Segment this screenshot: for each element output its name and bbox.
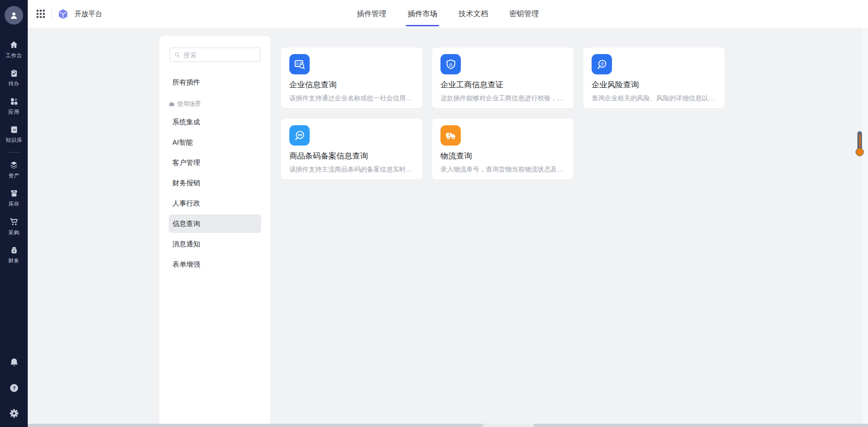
apps-icon bbox=[10, 97, 18, 106]
plugin-icon-wrap bbox=[289, 125, 310, 146]
plugin-card[interactable]: 商品条码备案信息查询 该插件支持主流商品条码的备案信息实时… bbox=[281, 119, 422, 179]
sidebar-item-finance[interactable]: ¥ 财务 bbox=[0, 241, 28, 269]
category-item[interactable]: 系统集成 bbox=[169, 113, 261, 131]
user-avatar[interactable] bbox=[5, 6, 23, 24]
sidebar-item-inventory[interactable]: 库存 bbox=[0, 184, 28, 213]
plugin-card[interactable]: 物流查询 录入物流单号，查询货物当前物流状态及… bbox=[432, 119, 574, 179]
sidebar-item-label: 库存 bbox=[8, 201, 19, 207]
sidebar-nav: 工作台 待办 应用 AI 知识库 bbox=[0, 36, 28, 269]
todo-icon bbox=[10, 69, 18, 78]
app-launcher-grid-icon[interactable] bbox=[36, 9, 45, 18]
plugin-description: 查询企业相关的风险、风险的详细信息以… bbox=[592, 94, 716, 103]
horizontal-scrollbar[interactable] bbox=[28, 424, 868, 427]
sidebar-item-procurement[interactable]: 采购 bbox=[0, 213, 28, 241]
settings-button[interactable] bbox=[9, 408, 19, 419]
logistics-truck-icon bbox=[445, 129, 457, 142]
svg-text:企: 企 bbox=[600, 61, 604, 66]
plugin-description: 录入物流单号，查询货物当前物流状态及… bbox=[440, 165, 565, 174]
plugin-title: 商品条码备案信息查询 bbox=[289, 151, 414, 161]
top-header: 开放平台 插件管理 插件市场 技术文档 密钥管理 bbox=[28, 0, 868, 28]
knowledge-base-icon: AI bbox=[10, 125, 18, 134]
search-icon bbox=[174, 51, 180, 58]
thermometer-ball bbox=[856, 148, 864, 156]
category-item[interactable]: AI智能 bbox=[169, 133, 261, 152]
tab-tech-docs[interactable]: 技术文档 bbox=[458, 0, 489, 28]
svg-text:¥: ¥ bbox=[13, 250, 15, 253]
plugin-card[interactable]: 企 企业工商信息查证 这款插件能够对企业工商信息进行校验，… bbox=[432, 48, 574, 108]
category-item[interactable]: 表单增强 bbox=[169, 255, 261, 274]
app-title: 开放平台 bbox=[74, 10, 102, 18]
enterprise-info-search-icon: 企 bbox=[293, 58, 306, 71]
sidebar-item-workbench[interactable]: 工作台 bbox=[0, 36, 28, 64]
inventory-icon bbox=[10, 189, 18, 198]
search-input[interactable] bbox=[183, 51, 256, 59]
tab-plugin-management[interactable]: 插件管理 bbox=[356, 0, 387, 28]
sidebar-item-label: 采购 bbox=[8, 229, 19, 236]
plugin-title: 企业信息查询 bbox=[289, 79, 414, 90]
sidebar-item-label: 资产 bbox=[8, 172, 19, 179]
thermometer-line bbox=[859, 134, 861, 147]
header-tabs: 插件管理 插件市场 技术文档 密钥管理 bbox=[356, 0, 540, 28]
plugin-title: 企业风险查询 bbox=[592, 79, 716, 90]
plugin-title: 企业工商信息查证 bbox=[440, 79, 565, 90]
home-icon bbox=[9, 40, 18, 49]
category-item[interactable]: 财务报销 bbox=[169, 174, 261, 192]
category-item[interactable]: 人事行政 bbox=[169, 194, 261, 213]
plugin-filter-panel: 所有插件 使用场景 系统集成 AI智能 客户管理 财务报销 人事行政 信息查询 … bbox=[159, 36, 270, 424]
sidebar-divider bbox=[7, 152, 21, 152]
business-verify-shield-icon: 企 bbox=[445, 58, 457, 71]
plugin-icon-wrap: 企 bbox=[592, 54, 612, 74]
search-box[interactable] bbox=[170, 48, 260, 62]
vertical-scrollbar-track[interactable] bbox=[862, 28, 868, 424]
finance-icon: ¥ bbox=[10, 246, 18, 255]
plugin-card[interactable]: 企 企业信息查询 该插件支持通过企业名称或统一社会信用… bbox=[281, 48, 422, 108]
sidebar-item-apps[interactable]: 应用 bbox=[0, 92, 28, 121]
svg-text:企: 企 bbox=[449, 62, 453, 67]
category-item[interactable]: 消息通知 bbox=[169, 235, 261, 253]
category-list: 系统集成 AI智能 客户管理 财务报销 人事行政 信息查询 消息通知 表单增强 bbox=[159, 113, 270, 274]
platform-cube-logo-icon bbox=[58, 9, 68, 19]
scroll-thermometer-handle[interactable] bbox=[856, 131, 864, 158]
header-left: 开放平台 bbox=[36, 0, 102, 28]
briefcase-icon bbox=[169, 101, 175, 107]
assets-icon bbox=[9, 160, 18, 170]
barcode-search-icon bbox=[293, 129, 306, 142]
notification-bell-icon bbox=[9, 357, 19, 368]
plugin-description: 这款插件能够对企业工商信息进行校验，… bbox=[440, 94, 565, 103]
sidebar-item-label: 待办 bbox=[8, 80, 19, 87]
sidebar-item-todo[interactable]: 待办 bbox=[0, 64, 28, 92]
tab-plugin-market[interactable]: 插件市场 bbox=[407, 0, 438, 28]
sidebar-item-label: 应用 bbox=[8, 109, 19, 116]
section-label: 使用场景 bbox=[177, 100, 201, 108]
sidebar-item-label: 财务 bbox=[8, 257, 19, 264]
procurement-cart-icon bbox=[9, 217, 18, 226]
plugin-card-grid: 企 企业信息查询 该插件支持通过企业名称或统一社会信用… 企 企业工商信息查证 … bbox=[281, 48, 725, 179]
notifications-button[interactable] bbox=[9, 357, 19, 368]
risk-search-icon: 企 bbox=[596, 58, 608, 71]
tab-key-management[interactable]: 密钥管理 bbox=[508, 0, 540, 28]
help-icon: ? bbox=[9, 383, 19, 393]
category-item[interactable]: 客户管理 bbox=[169, 153, 261, 172]
settings-gear-icon bbox=[9, 408, 19, 419]
person-icon bbox=[9, 10, 19, 20]
horizontal-scrollbar-gap bbox=[483, 424, 534, 427]
plugin-description: 该插件支持主流商品条码的备案信息实时… bbox=[289, 165, 414, 174]
sidebar-item-assets[interactable]: 资产 bbox=[0, 156, 28, 184]
section-usage-scenarios: 使用场景 bbox=[169, 98, 261, 110]
help-button[interactable]: ? bbox=[9, 383, 19, 393]
sidebar-item-knowledge-base[interactable]: AI 知识库 bbox=[0, 121, 28, 149]
sidebar-bottom-actions: ? bbox=[9, 357, 19, 427]
header-divider bbox=[51, 8, 52, 19]
filter-all-plugins[interactable]: 所有插件 bbox=[169, 73, 261, 92]
plugin-description: 该插件支持通过企业名称或统一社会信用… bbox=[289, 94, 414, 103]
plugin-icon-wrap: 企 bbox=[440, 54, 461, 74]
plugin-card[interactable]: 企 企业风险查询 查询企业相关的风险、风险的详细信息以… bbox=[583, 48, 725, 108]
plugin-icon-wrap bbox=[440, 125, 461, 146]
svg-text:?: ? bbox=[12, 385, 16, 391]
svg-text:AI: AI bbox=[13, 128, 16, 131]
plugin-icon-wrap: 企 bbox=[289, 54, 310, 74]
svg-text:企: 企 bbox=[296, 62, 299, 65]
plugin-title: 物流查询 bbox=[440, 151, 565, 161]
category-item-selected[interactable]: 信息查询 bbox=[169, 214, 261, 233]
primary-sidebar: 工作台 待办 应用 AI 知识库 bbox=[0, 0, 28, 427]
